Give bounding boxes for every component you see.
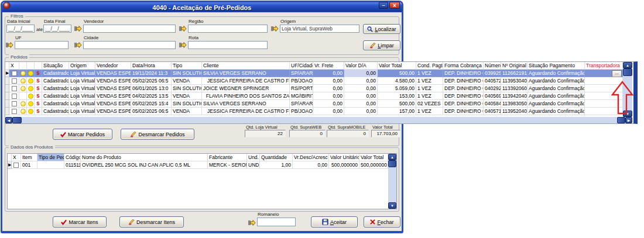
grid-header-row[interactable]: XItemTipo de PedidoCódigoNome do Produto… — [8, 154, 388, 161]
close-button[interactable] — [389, 2, 400, 9]
grid-header-row[interactable]: XSituaçãoOrigemVendedorData/HoraTipoClie… — [5, 62, 623, 70]
column-header-total[interactable]: Valor Total — [378, 62, 416, 70]
grid-cell-situacao[interactable]: Cadastrado — [42, 100, 69, 108]
cidade-lookup-icon[interactable] — [74, 42, 82, 49]
grid-cell-forma[interactable]: DEP. DINHEIRO CLIN — [443, 108, 484, 115]
produtos-grid[interactable]: XItemTipo de PedidoCódigoNome do Produto… — [7, 153, 397, 209]
grid-cell-cliente[interactable]: SILVIA VERGES SERRANO — [202, 100, 290, 108]
column-header-bulb[interactable] — [19, 62, 27, 70]
grid-cell-cond[interactable]: 1 VEZ — [416, 77, 443, 85]
grid-cell-frete[interactable]: 0,00 — [313, 77, 344, 85]
limpar-button[interactable]: Limpar — [363, 40, 400, 50]
produtos-vertical-scrollbar[interactable]: ▲ ▼ — [388, 154, 396, 209]
grid-cell-vendedor[interactable]: VENDAS ESPECIA — [95, 77, 131, 85]
grid-cell-tipo[interactable]: SIN SOLUTIO — [172, 70, 202, 77]
grid-cell-vendedor[interactable]: VENDAS ESPECIA — [95, 108, 131, 115]
row-checkbox-cell[interactable] — [9, 85, 19, 92]
grid-cell-cliente[interactable]: JESSICA FERREIRA DE CASTRO FERNANI — [202, 77, 290, 85]
column-header-codigo[interactable]: Código — [64, 154, 81, 161]
vendedor-input[interactable] — [83, 25, 176, 33]
grid-cell-frete[interactable]: 0,00 — [313, 108, 344, 115]
column-header-qtd[interactable]: Quantidade — [260, 154, 293, 161]
grid-cell-forma[interactable]: DEP. DINHEIRO CLIN — [443, 85, 484, 92]
grid-cell-cliente[interactable]: JESSICA FERREIRA DE CASTRO FERNANI — [202, 108, 290, 115]
pedidos-grid[interactable]: XSituaçãoOrigemVendedorData/HoraTipoClie… — [5, 61, 638, 124]
table-row[interactable]: $CadastradoLoja VirtualVENDAS ESPECIA04/… — [5, 92, 623, 100]
column-header-chk[interactable]: X — [12, 154, 21, 161]
grid-cell-datahora[interactable]: 05/02/2025 06:5 — [131, 108, 172, 115]
grid-cell-tipo[interactable]: VENDA — [172, 108, 202, 115]
row-checkbox[interactable] — [12, 94, 17, 99]
regiao-input[interactable] — [188, 25, 268, 33]
romaneio-input[interactable] — [257, 218, 296, 226]
row-checkbox-cell[interactable] — [9, 100, 19, 108]
aceitar-button[interactable]: Aceitar — [311, 216, 358, 227]
grid-cell-numero[interactable]: 039925 — [484, 70, 501, 77]
scroll-up-button[interactable]: ▲ — [388, 154, 396, 160]
grid-cell-situacao[interactable]: Cadastrado — [42, 77, 69, 85]
column-header-datahora[interactable]: Data/Hora — [131, 62, 172, 70]
grid-cell-cond[interactable]: 1 VEZ — [416, 108, 443, 115]
grid-cell-total[interactable]: 153,00 — [378, 92, 416, 100]
column-header-cliente[interactable]: Cliente — [202, 62, 290, 70]
column-header-da[interactable]: Valor D/A — [344, 62, 378, 70]
column-header-item[interactable]: Item — [21, 154, 37, 161]
grid-cell-origem[interactable]: Loja Virtual — [69, 70, 95, 77]
grid-cell-transp[interactable]: ... — [585, 70, 623, 77]
table-row[interactable]: $CadastradoLoja VirtualVENDAS ESPECIA05/… — [5, 100, 623, 108]
grid-cell-fabricante[interactable]: MERCK - SERONC — [208, 161, 247, 169]
row-checkbox-cell[interactable] — [9, 92, 19, 100]
column-header-total[interactable]: Valor Total — [359, 154, 388, 161]
scroll-track[interactable] — [388, 167, 396, 202]
grid-cell-ufcidade[interactable]: RS/PORTC — [290, 85, 313, 92]
scroll-thumb[interactable] — [388, 160, 396, 167]
column-header-transp[interactable]: Transportadora — [585, 62, 623, 70]
title-bar[interactable]: 4040 - Aceitação de Pré-Pedidos — [2, 2, 402, 12]
column-header-dollar[interactable] — [35, 62, 42, 70]
origem-lookup-icon[interactable] — [271, 25, 279, 32]
grid-cell-forma[interactable]: DEP. DINHEIRO CLIN — [443, 92, 484, 100]
grid-cell-datahora[interactable]: 05/02/2025 15:4 — [131, 100, 172, 108]
table-row[interactable]: $CadastradoLoja VirtualVENDAS ESPECIA05/… — [5, 108, 623, 115]
row-checkbox[interactable] — [12, 101, 17, 106]
grid-cell-datahora[interactable]: 05/02/2025 06:5 — [131, 77, 172, 85]
column-header-original[interactable]: Nº Original — [501, 62, 527, 70]
column-header-nome[interactable]: Nome do Produto — [81, 154, 208, 161]
grid-cell-vendedor[interactable]: VENDAS ESPECIA — [95, 70, 131, 77]
grid-cell-numero[interactable]: 040572 — [484, 77, 501, 85]
grid-cell-numero[interactable]: 040571 — [484, 108, 501, 115]
grid-cell-qtd[interactable]: 1,00 — [260, 161, 293, 169]
localizar-button[interactable]: Localizar — [363, 24, 400, 34]
grid-cell-situacao[interactable]: Cadastrado — [42, 85, 69, 92]
grid-cell-cliente[interactable]: FLAVIA PINHEIRO DOS SANTOS ZAPI — [202, 92, 290, 100]
grid-cell-unit[interactable]: 500,000000 — [329, 161, 359, 169]
column-header-ind[interactable] — [8, 154, 12, 161]
fechar-button[interactable]: Fechar — [364, 216, 400, 227]
grid-cell-ufcidade[interactable]: MG/IBIRITI — [290, 92, 313, 100]
grid-cell-original[interactable]: 1139830502 — [501, 100, 527, 108]
grid-cell-da[interactable]: 0,00 — [344, 85, 378, 92]
uf-lookup-icon[interactable] — [6, 42, 13, 49]
grid-cell-vendedor[interactable]: VENDAS ESPECIA — [95, 100, 131, 108]
grid-cell-origem[interactable]: Loja Virtual — [69, 77, 95, 85]
table-row[interactable]: $CadastradoLoja VirtualVENDAS ESPECIA06/… — [5, 85, 623, 92]
grid-cell-cliente[interactable]: SILVIA VERGES SERRANO — [202, 70, 290, 77]
grid-cell-und[interactable]: UND — [247, 161, 260, 169]
grid-cell-total[interactable]: 500,00 — [378, 100, 416, 108]
grid-cell-tipo[interactable]: SIN SOLUTIO — [172, 100, 202, 108]
grid-cell-forma[interactable]: DEP. DINHEIRO CLIN — [443, 100, 484, 108]
grid-cell-ufcidade[interactable]: SP/ARARA — [290, 70, 313, 77]
row-checkbox-cell[interactable] — [12, 161, 21, 169]
grid-cell-tipo[interactable]: VENDA — [172, 92, 202, 100]
grid-cell-sitpag[interactable]: Aguardando Confirmação — [527, 70, 585, 77]
grid-cell-numero[interactable]: 040584 — [484, 100, 501, 108]
grid-cell-original[interactable]: 1133920601 — [501, 85, 527, 92]
grid-cell-origem[interactable]: Loja Virtual — [69, 108, 95, 115]
grid-cell-da[interactable]: 0,00 — [344, 92, 378, 100]
grid-cell-original[interactable]: 1126621911 — [501, 70, 527, 77]
row-checkbox[interactable] — [12, 78, 17, 84]
grid-cell-ufcidade[interactable]: SP/ARARA — [290, 100, 313, 108]
desmarcar-pedidos-button[interactable]: Desmarcar Pedidos — [121, 129, 194, 140]
column-header-unit[interactable]: Valor Unitário — [329, 154, 359, 161]
grid-cell-cliente[interactable]: JOICE WEGNER SPRINGER — [202, 85, 290, 92]
